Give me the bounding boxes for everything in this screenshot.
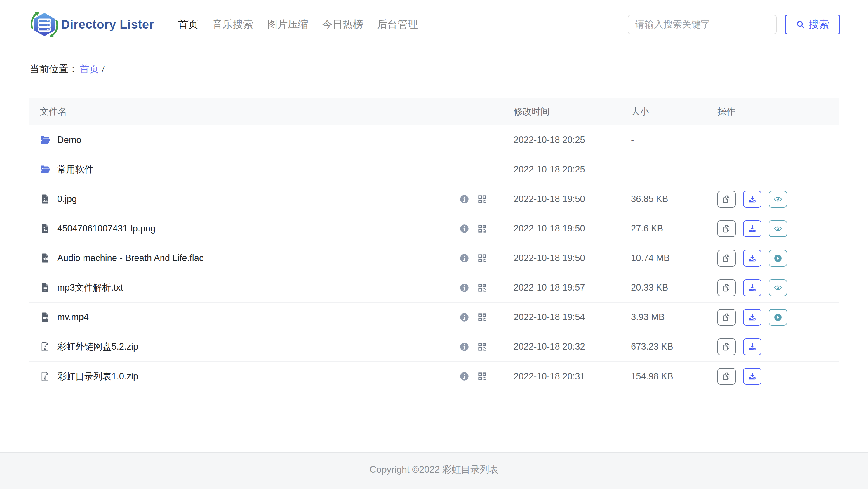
info-icon[interactable] (459, 224, 469, 234)
modified-time: 2022-10-18 19:57 (514, 282, 631, 293)
search-input[interactable] (628, 15, 777, 34)
search-box: 搜索 (628, 15, 840, 34)
download-button[interactable] (743, 220, 762, 237)
zip-file-icon (40, 341, 51, 352)
file-size: 27.6 KB (631, 223, 717, 234)
info-icon[interactable] (459, 312, 469, 322)
download-button[interactable] (743, 280, 762, 296)
folder-icon (40, 164, 51, 175)
search-icon (796, 20, 805, 29)
file-name-link[interactable]: mp3文件解析.txt (57, 282, 123, 294)
top-bar: Directory Lister 首页 音乐搜索 图片压缩 今日热榜 后台管理 … (0, 0, 868, 49)
nav-item-hot-list[interactable]: 今日热榜 (322, 18, 363, 31)
modified-time: 2022-10-18 19:50 (514, 223, 631, 234)
text-file-icon (40, 282, 51, 293)
modified-time: 2022-10-18 19:50 (514, 253, 631, 263)
table-row: Audio machine - Breath And Life.flac 202… (30, 243, 838, 273)
table-row: 45047061007431-lp.png 2022-10-18 19:50 2… (30, 214, 838, 243)
play-button[interactable] (769, 309, 787, 326)
qrcode-icon[interactable] (477, 371, 487, 381)
qrcode-icon[interactable] (477, 283, 487, 293)
qrcode-icon[interactable] (477, 194, 487, 204)
qrcode-icon[interactable] (477, 312, 487, 322)
file-size: - (631, 135, 717, 145)
nav-item-home[interactable]: 首页 (178, 18, 198, 31)
file-name-link[interactable]: 彩虹目录列表1.0.zip (57, 370, 138, 383)
modified-time: 2022-10-18 20:25 (514, 164, 631, 175)
copy-button[interactable] (717, 309, 736, 326)
play-button[interactable] (769, 250, 787, 266)
preview-button[interactable] (769, 191, 787, 207)
header-modified-time: 修改时间 (514, 106, 631, 118)
copy-button[interactable] (717, 339, 736, 355)
brand-logo[interactable]: Directory Lister (30, 10, 154, 39)
info-icon[interactable] (459, 194, 469, 204)
audio-file-icon (40, 253, 51, 264)
meta-icons (459, 224, 487, 234)
table-row: Demo 2022-10-18 20:25 - (30, 125, 838, 155)
file-name-link[interactable]: 常用软件 (57, 163, 93, 176)
download-button[interactable] (743, 191, 762, 207)
file-name-cell: Audio machine - Breath And Life.flac (30, 253, 514, 264)
copy-button[interactable] (717, 191, 736, 207)
copy-button[interactable] (717, 250, 736, 266)
info-icon[interactable] (459, 253, 469, 263)
breadcrumb-separator: / (102, 64, 104, 74)
qrcode-icon[interactable] (477, 224, 487, 234)
file-name-cell: Demo (30, 135, 514, 146)
search-button-label: 搜索 (809, 18, 829, 31)
file-size: 36.85 KB (631, 194, 717, 204)
info-icon[interactable] (459, 342, 469, 352)
breadcrumb-home-link[interactable]: 首页 (80, 64, 99, 74)
download-button[interactable] (743, 309, 762, 326)
header-file-name: 文件名 (30, 106, 514, 118)
copyright-text: Copyright ©2022 彩虹目录列表 (370, 463, 499, 476)
nav-item-admin[interactable]: 后台管理 (377, 18, 418, 31)
row-actions (717, 280, 838, 296)
download-button[interactable] (743, 339, 762, 355)
file-size: 3.93 MB (631, 312, 717, 322)
preview-button[interactable] (769, 220, 787, 237)
info-icon[interactable] (459, 283, 469, 293)
meta-icons (459, 194, 487, 204)
download-button[interactable] (743, 250, 762, 266)
table-row: 彩虹目录列表1.0.zip 2022-10-18 20:31 154.98 KB (30, 362, 838, 391)
meta-icons (459, 283, 487, 293)
copy-button[interactable] (717, 280, 736, 296)
meta-icons (459, 312, 487, 322)
breadcrumb: 当前位置：首页/ (30, 62, 868, 77)
file-name-link[interactable]: mv.mp4 (57, 312, 89, 322)
qrcode-icon[interactable] (477, 342, 487, 352)
modified-time: 2022-10-18 20:25 (514, 135, 631, 145)
info-icon[interactable] (459, 371, 469, 381)
file-name-link[interactable]: 0.jpg (57, 194, 77, 204)
file-name-cell: 45047061007431-lp.png (30, 223, 514, 234)
folder-icon (40, 135, 51, 146)
meta-icons (459, 371, 487, 381)
file-name-link[interactable]: Audio machine - Breath And Life.flac (57, 253, 204, 263)
file-name-link[interactable]: 彩虹外链网盘5.2.zip (57, 341, 138, 353)
table-row: 彩虹外链网盘5.2.zip 2022-10-18 20:32 673.23 KB (30, 332, 838, 362)
copy-button[interactable] (717, 220, 736, 237)
file-name-cell: mp3文件解析.txt (30, 282, 514, 294)
main-nav: 首页 音乐搜索 图片压缩 今日热榜 后台管理 (178, 18, 418, 31)
nav-item-music-search[interactable]: 音乐搜索 (212, 18, 253, 31)
file-name-cell: 0.jpg (30, 194, 514, 205)
file-name-link[interactable]: 45047061007431-lp.png (57, 223, 155, 234)
qrcode-icon[interactable] (477, 253, 487, 263)
preview-button[interactable] (769, 280, 787, 296)
file-size: 20.33 KB (631, 282, 717, 293)
row-actions (717, 191, 838, 207)
search-button[interactable]: 搜索 (785, 15, 840, 34)
file-size: - (631, 164, 717, 175)
download-button[interactable] (743, 368, 762, 385)
copy-button[interactable] (717, 368, 736, 385)
file-size: 673.23 KB (631, 341, 717, 352)
row-actions (717, 368, 838, 385)
nav-item-image-compress[interactable]: 图片压缩 (267, 18, 308, 31)
meta-icons (459, 253, 487, 263)
table-row: 0.jpg 2022-10-18 19:50 36.85 KB (30, 184, 838, 214)
file-name-link[interactable]: Demo (57, 135, 82, 145)
directory-lister-logo-icon (30, 10, 59, 39)
table-body: Demo 2022-10-18 20:25 - 常用软件 2022-10-18 … (30, 125, 838, 391)
